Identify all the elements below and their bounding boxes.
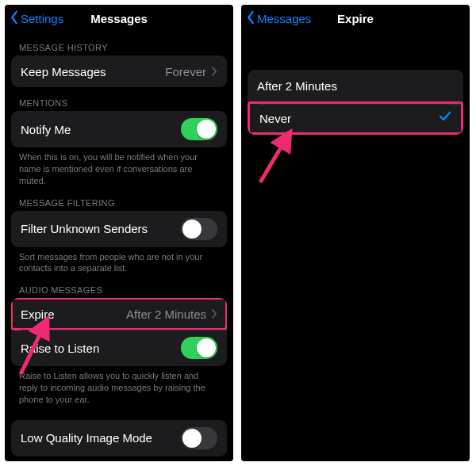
group-audio-messages: Expire After 2 Minutes Raise to Listen: [11, 298, 227, 366]
expire-screen: Messages Expire After 2 Minutes Never: [241, 5, 470, 461]
row-filter-unknown-senders[interactable]: Filter Unknown Senders: [11, 211, 227, 247]
row-keep-messages[interactable]: Keep Messages Forever: [11, 55, 227, 87]
back-button[interactable]: Settings: [10, 5, 63, 32]
chevron-left-icon: [10, 10, 21, 27]
row-expire[interactable]: Expire After 2 Minutes: [11, 298, 227, 330]
settings-content: MESSAGE HISTORY Keep Messages Forever ME…: [5, 32, 233, 461]
row-value: Forever: [165, 65, 206, 78]
svg-line-1: [260, 132, 290, 182]
row-label: Expire: [21, 307, 55, 321]
note-low-quality: When this is on, images sent will be low…: [19, 460, 219, 461]
section-header-message-filtering: MESSAGE FILTERING: [19, 198, 227, 208]
nav-bar: Settings Messages: [5, 5, 233, 32]
group-low-quality: Low Quality Image Mode: [11, 420, 227, 456]
row-label: Low Quality Image Mode: [21, 431, 152, 445]
row-label: Keep Messages: [21, 65, 106, 78]
row-raise-to-listen[interactable]: Raise to Listen: [11, 330, 227, 366]
page-title: Messages: [90, 12, 148, 25]
note-mentions: When this is on, you will be notified wh…: [19, 151, 219, 187]
toggle-raise-to-listen[interactable]: [181, 337, 217, 359]
back-label: Messages: [257, 12, 311, 25]
chevron-left-icon: [246, 10, 257, 27]
page-title: Expire: [337, 12, 374, 25]
section-header-audio-messages: AUDIO MESSAGES: [19, 285, 227, 295]
note-message-filtering: Sort messages from people who are not in…: [19, 251, 219, 275]
chevron-right-icon: [211, 67, 217, 76]
checkmark-icon: [439, 111, 451, 125]
option-label: Never: [259, 112, 291, 125]
chevron-right-icon: [211, 309, 217, 319]
messages-settings-screen: Settings Messages MESSAGE HISTORY Keep M…: [5, 5, 233, 461]
row-label: Notify Me: [21, 123, 71, 136]
section-header-message-history: MESSAGE HISTORY: [19, 43, 227, 52]
group-message-history: Keep Messages Forever: [11, 55, 227, 87]
row-label: Raise to Listen: [21, 342, 99, 355]
option-never[interactable]: Never: [248, 101, 463, 135]
group-message-filtering: Filter Unknown Senders: [11, 211, 227, 247]
row-notify-me[interactable]: Notify Me: [11, 111, 227, 147]
expire-options-list: After 2 Minutes Never: [248, 70, 463, 135]
row-label: Filter Unknown Senders: [21, 222, 148, 235]
toggle-filter-unknown[interactable]: [181, 218, 217, 240]
option-label: After 2 Minutes: [257, 79, 337, 93]
section-header-mentions: MENTIONS: [19, 98, 227, 108]
back-label: Settings: [21, 12, 63, 25]
nav-bar: Messages Expire: [241, 5, 470, 32]
option-after-2-minutes[interactable]: After 2 Minutes: [248, 70, 463, 101]
row-value: After 2 Minutes: [126, 307, 206, 321]
note-audio-messages: Raise to Listen allows you to quickly li…: [19, 370, 219, 406]
row-low-quality-image-mode[interactable]: Low Quality Image Mode: [11, 420, 227, 456]
back-button[interactable]: Messages: [246, 5, 311, 32]
group-mentions: Notify Me: [11, 111, 227, 147]
toggle-notify-me[interactable]: [181, 118, 217, 140]
toggle-low-quality[interactable]: [181, 427, 217, 449]
